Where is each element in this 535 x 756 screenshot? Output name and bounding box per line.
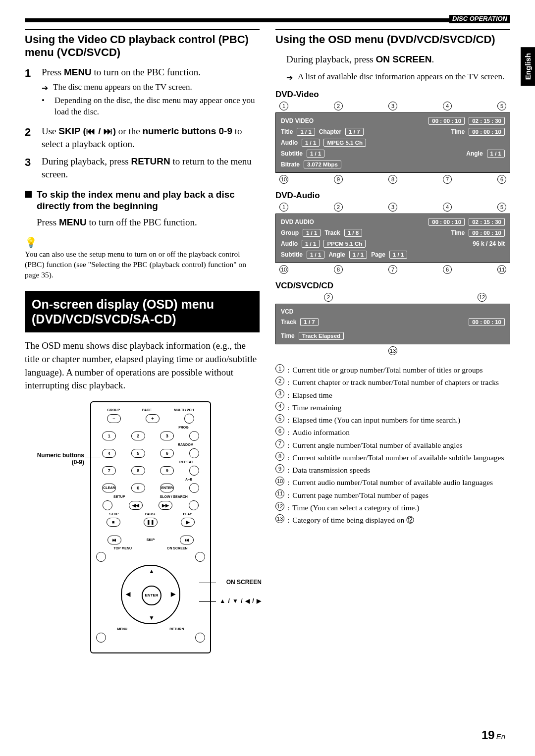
heading-osd-box: On-screen display (OSD) menu (DVD/VCD/SV… — [25, 291, 260, 332]
label-arrows: ▲ / ▼ / ◀ / ▶ — [219, 597, 262, 604]
callout-legend: 1: Current title or group number/Total n… — [275, 364, 510, 526]
square-icon — [25, 191, 32, 198]
arrow-icon: ➔ — [286, 72, 293, 83]
label-vcd: VCD/SVCD/CD — [275, 281, 510, 291]
remote-illustration: Numeric buttons (0-9) ON SCREEN ▲ / ▼ / … — [60, 401, 224, 653]
step-2: 2 Use SKIP (⏮ / ⏭) or the numeric button… — [25, 125, 260, 150]
heading-pbc: Using the Video CD playback control (PBC… — [25, 33, 260, 59]
tip-note: You can also use the setup menu to turn … — [25, 249, 260, 280]
label-dvd-video: DVD-Video — [275, 90, 510, 100]
skip-body: Press MENU to turn off the PBC function. — [37, 216, 260, 229]
step-3: 3 During playback, press RETURN to retur… — [25, 155, 260, 180]
tip-icon: 💡 — [25, 236, 260, 248]
heading-osd-menu: Using the OSD menu (DVD/VCD/SVCD/CD) — [275, 33, 510, 46]
step-1: 1 Press MENU to turn on the PBC function… — [25, 66, 260, 120]
label-dvd-audio: DVD-Audio — [275, 191, 510, 201]
osd-intro: During playback, press ON SCREEN. — [286, 53, 510, 66]
osd-description: The OSD menu shows disc playback informa… — [25, 339, 260, 392]
arrow-icon: ➔ — [42, 83, 48, 94]
label-numeric-buttons: Numeric buttons (0-9) — [30, 452, 84, 466]
osd-panel-dvd-video: 12345 DVD VIDEO00 : 00 : 1002 : 15 : 30T… — [275, 102, 510, 184]
osd-panel-dvd-audio: 12345 DVD AUDIO00 : 00 : 1002 : 15 : 30G… — [275, 203, 510, 274]
label-on-screen: ON SCREEN — [226, 579, 262, 586]
language-tab: English — [521, 47, 535, 86]
osd-panel-vcd: 212 VCDTrack1 / 700 : 00 : 10 TimeTrack … — [275, 293, 510, 355]
subhead-skip: To skip the index menu and play back a d… — [25, 189, 260, 213]
page-number: 19En — [482, 728, 505, 742]
section-label: DISC OPERATION — [449, 15, 510, 23]
